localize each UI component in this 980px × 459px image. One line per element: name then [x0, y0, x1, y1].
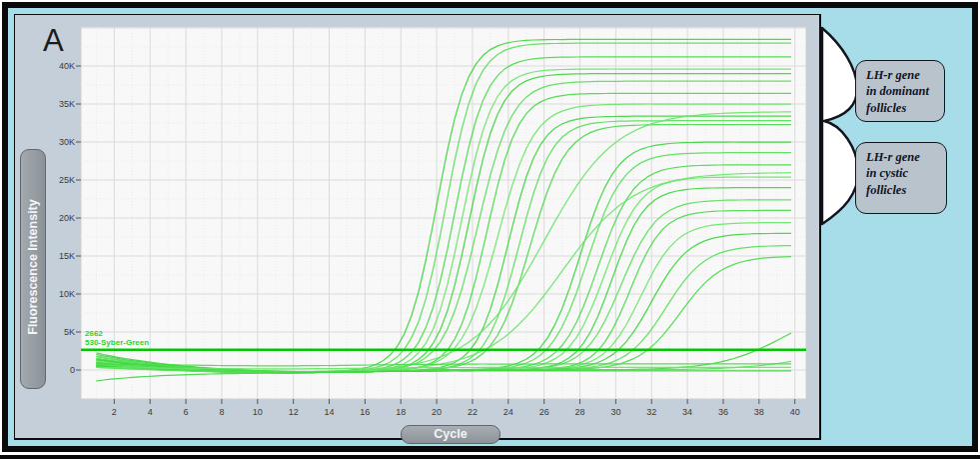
y-tick-label-20K: 20K: [47, 213, 75, 223]
x-tick-label-20: 20: [427, 407, 447, 417]
y-tick-label-10K: 10K: [47, 289, 75, 299]
x-tick-label-34: 34: [677, 407, 697, 417]
panel-letter-label: A: [43, 23, 65, 59]
y-tick-label-35K: 35K: [47, 99, 75, 109]
y-tick-label-15K: 15K: [47, 251, 75, 261]
x-tick-label-10: 10: [248, 407, 268, 417]
x-tick-label-12: 12: [284, 407, 304, 417]
x-tick-label-36: 36: [713, 407, 733, 417]
amplification-plot: [67, 27, 806, 407]
x-tick-label-4: 4: [140, 407, 160, 417]
callout-tail-shape: [822, 28, 858, 224]
y-tick-label-30K: 30K: [47, 137, 75, 147]
cycle-axis-tab: Cycle: [401, 425, 500, 444]
fluorescence-axis-tab: Fluorescence Intensity: [20, 149, 46, 389]
x-tick-label-8: 8: [212, 407, 232, 417]
threshold-value-label: 2662: [85, 330, 103, 338]
qpcr-plot-panel: A 05K10K15K20K25K30K35K40K 2468101214161…: [14, 14, 821, 440]
x-tick-label-26: 26: [534, 407, 554, 417]
callout-cystic-follicles: LH-r gene in cystic follicles: [855, 142, 947, 214]
y-tick-label-5K: 5K: [47, 327, 75, 337]
dye-channel-label: 530-Syber-Green: [85, 339, 149, 347]
figure-panel-a: A 05K10K15K20K25K30K35K40K 2468101214161…: [0, 0, 980, 459]
x-tick-label-38: 38: [749, 407, 769, 417]
x-tick-label-22: 22: [463, 407, 483, 417]
y-tick-label-40K: 40K: [47, 61, 75, 71]
y-tick-label-25K: 25K: [47, 175, 75, 185]
fluorescence-axis-label: Fluorescence Intensity: [26, 151, 40, 383]
callout-dominant-follicles: LH-r gene in dominant follicles: [855, 60, 945, 122]
x-tick-label-30: 30: [605, 407, 625, 417]
x-tick-label-14: 14: [320, 407, 340, 417]
x-tick-label-6: 6: [176, 407, 196, 417]
x-tick-label-16: 16: [355, 407, 375, 417]
x-tick-label-32: 32: [641, 407, 661, 417]
y-tick-label-0: 0: [47, 365, 75, 375]
x-tick-label-2: 2: [104, 407, 124, 417]
outer-frame: A 05K10K15K20K25K30K35K40K 2468101214161…: [2, 2, 978, 452]
x-tick-label-18: 18: [391, 407, 411, 417]
next-panel-top-edge: [0, 455, 980, 459]
x-tick-label-40: 40: [785, 407, 805, 417]
x-tick-label-24: 24: [498, 407, 518, 417]
x-tick-label-28: 28: [570, 407, 590, 417]
